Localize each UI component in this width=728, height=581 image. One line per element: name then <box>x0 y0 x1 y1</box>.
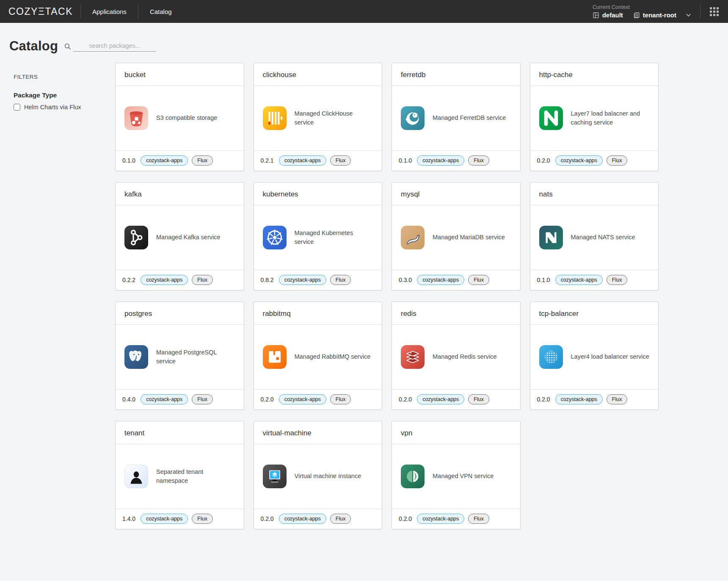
package-badges: cozystack-appsFlux <box>555 275 628 285</box>
package-card-body: Managed FerretDB service <box>392 86 520 150</box>
package-description: Managed PostgreSQL service <box>156 348 235 366</box>
badge-flux[interactable]: Flux <box>607 155 628 166</box>
package-badges: cozystack-appsFlux <box>555 394 628 404</box>
badge-flux[interactable]: Flux <box>330 514 351 524</box>
package-card-body: Managed PostgreSQL service <box>116 325 244 389</box>
package-card-body: S3 compatible storage <box>116 86 244 150</box>
package-card-body: Separated tenant namespace <box>116 444 244 509</box>
badge-flux[interactable]: Flux <box>468 394 489 404</box>
package-card-footer: 0.1.0 cozystack-appsFlux <box>116 150 244 171</box>
package-badges: cozystack-appsFlux <box>417 514 489 524</box>
badge-flux[interactable]: Flux <box>330 275 351 285</box>
cozystack-logo: COZYΞTACK <box>8 6 73 17</box>
package-card-tenant[interactable]: tenant Separated tenant namespace 1.4.0 … <box>115 421 244 529</box>
package-name: mysql <box>392 183 520 205</box>
package-version: 0.2.0 <box>399 515 412 522</box>
redis-icon <box>401 345 425 369</box>
package-card-mysql[interactable]: mysql Managed MariaDB service 0.3.0 cozy… <box>392 182 521 290</box>
package-card-nats[interactable]: nats Managed NATS service 0.1.0 cozystac… <box>530 182 659 290</box>
package-description: Layer7 load balacner and caching service <box>571 109 650 127</box>
package-card-body: Managed NATS service <box>530 205 659 270</box>
mariadb-icon <box>401 226 425 249</box>
package-card-http-cache[interactable]: http-cache Layer7 load balacner and cach… <box>530 63 659 171</box>
package-description: Separated tenant namespace <box>156 468 235 485</box>
package-name: postgres <box>116 302 244 325</box>
package-card-footer: 1.4.0 cozystack-appsFlux <box>116 509 244 529</box>
package-card-kafka[interactable]: kafka Managed Kafka service 0.2.2 cozyst… <box>115 182 244 290</box>
badge-flux[interactable]: Flux <box>330 394 351 404</box>
badge-cozystack-apps[interactable]: cozystack-apps <box>417 514 464 524</box>
postgresql-icon <box>124 345 148 369</box>
package-version: 0.2.1 <box>261 157 274 164</box>
package-card-bucket[interactable]: bucket S3 compatible storage 0.1.0 cozys… <box>115 63 244 171</box>
badge-cozystack-apps[interactable]: cozystack-apps <box>141 514 188 524</box>
badge-cozystack-apps[interactable]: cozystack-apps <box>279 275 326 285</box>
badge-cozystack-apps[interactable]: cozystack-apps <box>141 155 188 166</box>
package-version: 0.3.0 <box>399 277 412 283</box>
package-card-body: Managed ClickHouse service <box>254 86 382 150</box>
top-navbar: COZYΞTACK Applications Catalog Current C… <box>0 0 728 23</box>
vpn-icon <box>401 465 425 488</box>
package-name: kubernetes <box>254 183 382 205</box>
package-card-ferretdb[interactable]: ferretdb Managed FerretDB service 0.1.0 … <box>392 63 521 171</box>
badge-cozystack-apps[interactable]: cozystack-apps <box>417 155 464 166</box>
package-card-rabbitmq[interactable]: rabbitmq Managed RabbitMQ service 0.2.0 … <box>254 302 383 410</box>
package-card-redis[interactable]: redis Managed Redis service 0.2.0 cozyst… <box>392 302 521 410</box>
badge-cozystack-apps[interactable]: cozystack-apps <box>279 514 326 524</box>
package-badges: cozystack-appsFlux <box>141 394 213 404</box>
package-card-postgres[interactable]: postgres Managed PostgreSQL service 0.4.… <box>115 302 244 410</box>
package-description: Managed NATS service <box>571 233 635 242</box>
package-description: Managed MariaDB service <box>433 233 505 242</box>
package-description: Managed RabbitMQ service <box>295 352 371 361</box>
package-version: 0.1.0 <box>122 157 135 164</box>
badge-cozystack-apps[interactable]: cozystack-apps <box>555 394 603 404</box>
badge-flux[interactable]: Flux <box>330 155 351 166</box>
package-version: 0.2.0 <box>399 396 412 403</box>
badge-flux[interactable]: Flux <box>468 514 489 524</box>
badge-flux[interactable]: Flux <box>192 275 213 285</box>
badge-flux[interactable]: Flux <box>468 275 489 285</box>
badge-cozystack-apps[interactable]: cozystack-apps <box>555 155 603 166</box>
badge-flux[interactable]: Flux <box>468 155 489 166</box>
package-card-body: Managed MariaDB service <box>392 205 520 270</box>
package-name: bucket <box>116 63 244 86</box>
package-description: Managed Kafka service <box>156 233 221 242</box>
nav-item-catalog[interactable]: Catalog <box>139 0 182 23</box>
filter-option-helm-charts-via-flux[interactable]: Helm Charts via Flux <box>14 104 115 111</box>
badge-flux[interactable]: Flux <box>192 155 213 166</box>
search-input[interactable] <box>73 41 156 52</box>
badge-flux[interactable]: Flux <box>192 514 213 524</box>
context-tenant-name: tenant-root <box>643 11 676 19</box>
badge-flux[interactable]: Flux <box>192 394 213 404</box>
package-card-clickhouse[interactable]: clickhouse Managed ClickHouse service 0.… <box>254 63 383 171</box>
package-name: virtual-machine <box>254 421 382 444</box>
package-description: Managed ClickHouse service <box>295 109 373 127</box>
badge-cozystack-apps[interactable]: cozystack-apps <box>279 394 326 404</box>
badge-cozystack-apps[interactable]: cozystack-apps <box>141 394 188 404</box>
navbar-divider <box>80 4 81 19</box>
package-name: ferretdb <box>392 63 520 86</box>
package-card-kubernetes[interactable]: kubernetes Managed Kubernetes service 0.… <box>254 182 383 290</box>
package-name: rabbitmq <box>254 302 382 325</box>
badge-cozystack-apps[interactable]: cozystack-apps <box>417 394 464 404</box>
badge-cozystack-apps[interactable]: cozystack-apps <box>555 275 603 285</box>
apps-grid-icon[interactable] <box>701 7 720 16</box>
chevron-down-icon[interactable] <box>685 12 692 18</box>
helm-charts-flux-checkbox[interactable] <box>14 104 20 111</box>
context-selector[interactable]: default tenant-root <box>593 11 692 19</box>
nav-item-applications[interactable]: Applications <box>82 0 137 23</box>
package-card-virtual-machine[interactable]: virtual-machine Virtual machine instance… <box>254 421 383 529</box>
badge-flux[interactable]: Flux <box>607 394 628 404</box>
package-card-tcp-balancer[interactable]: tcp-balancer Layer4 load balancer servic… <box>530 302 659 410</box>
badge-flux[interactable]: Flux <box>607 275 628 285</box>
package-card-body: Managed VPN service <box>392 444 520 509</box>
package-badges: cozystack-appsFlux <box>141 155 213 166</box>
package-card-footer: 0.3.0 cozystack-appsFlux <box>392 270 520 290</box>
package-card-vpn[interactable]: vpn Managed VPN service 0.2.0 cozystack-… <box>392 421 521 529</box>
package-version: 0.8.2 <box>261 277 274 283</box>
package-version: 0.1.0 <box>399 157 412 164</box>
badge-cozystack-apps[interactable]: cozystack-apps <box>417 275 464 285</box>
context-cluster-name: default <box>602 11 623 19</box>
badge-cozystack-apps[interactable]: cozystack-apps <box>279 155 326 166</box>
badge-cozystack-apps[interactable]: cozystack-apps <box>141 275 188 285</box>
